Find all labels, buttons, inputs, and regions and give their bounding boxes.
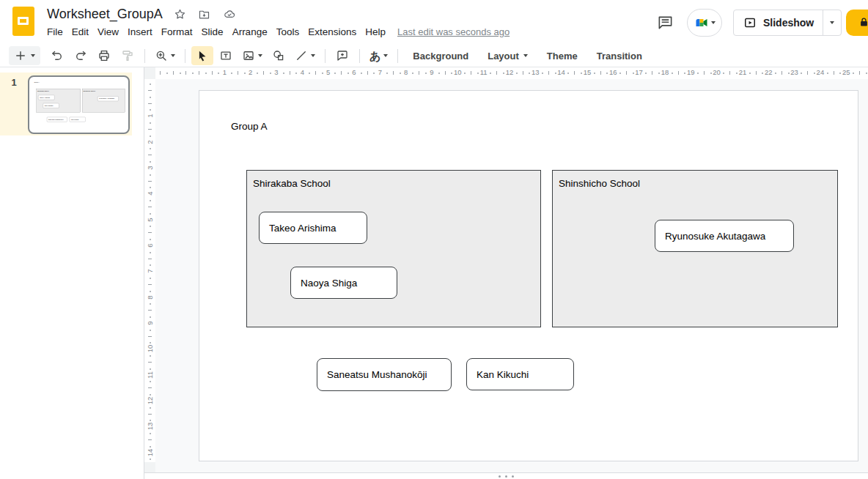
ruler-tick: [606, 73, 608, 74]
insert-image-button[interactable]: [238, 46, 266, 65]
menu-tools[interactable]: Tools: [272, 25, 304, 39]
ruler-tick: 7: [378, 69, 382, 76]
toolbar-theme-button[interactable]: Theme: [539, 46, 586, 65]
ruler-tick: [244, 73, 246, 74]
editor: 1234567891011121314151617181920212223242…: [144, 67, 868, 479]
container-label: Shirakaba School: [37, 90, 49, 92]
ruler-tick: 1: [223, 69, 227, 76]
ruler-tick: 12: [147, 396, 154, 404]
slide-thumbnail[interactable]: Group AShirakaba SchoolShinshicho School…: [28, 75, 130, 134]
ruler-tick: [150, 174, 151, 176]
ruler-tick: 3: [274, 69, 278, 76]
ruler-tick: [283, 73, 284, 74]
plus-icon: [14, 49, 27, 62]
ruler-tick: [581, 73, 582, 74]
menu-file[interactable]: File: [43, 25, 67, 39]
ruler-tick: [238, 71, 238, 75]
cloud-saved-icon[interactable]: [222, 8, 237, 20]
insert-shape-button[interactable]: [268, 46, 290, 65]
star-icon[interactable]: [174, 8, 186, 21]
undo-button[interactable]: [46, 46, 68, 65]
ruler-tick: [425, 73, 427, 74]
menu-edit[interactable]: Edit: [67, 25, 93, 39]
menu-extensions[interactable]: Extensions: [304, 25, 361, 39]
ruler-tick: [148, 103, 152, 104]
ruler-tick: [400, 73, 401, 74]
toolbar-text-buttons: BackgroundLayoutThemeTransition: [403, 46, 652, 65]
ruler-tick: [697, 73, 699, 74]
new-slide-button[interactable]: [9, 46, 40, 65]
text-box-icon: [219, 49, 232, 62]
name-box-kan-kikuchi[interactable]: Kan Kikuchi: [466, 358, 574, 390]
ruler-tick: [150, 316, 151, 318]
document-title[interactable]: Worksheet_GroupA: [47, 7, 163, 22]
ruler-tick: [192, 73, 194, 74]
insert-comment-button[interactable]: [331, 46, 353, 65]
ruler-tick: [150, 355, 151, 357]
ruler-tick: [150, 226, 151, 227]
ruler-tick: 11: [147, 371, 154, 379]
menu-format[interactable]: Format: [157, 25, 197, 39]
name-box-saneatsu-mushanok-ji[interactable]: Saneatsu Mushanokōji: [317, 358, 452, 391]
ruler-tick: [529, 73, 530, 74]
ruler-tick: [496, 71, 497, 75]
redo-button[interactable]: [70, 46, 92, 65]
name-box-naoya-shiga[interactable]: Naoya Shiga: [290, 267, 397, 299]
ruler-tick: [150, 122, 151, 124]
paint-format-button[interactable]: [117, 46, 139, 65]
name-box-takeo-arishima[interactable]: Takeo Arishima: [259, 212, 367, 244]
ruler-tick: [801, 73, 802, 74]
share-button[interactable]: Share: [846, 10, 868, 36]
toolbar-transition-button[interactable]: Transition: [589, 46, 650, 65]
menu-insert[interactable]: Insert: [123, 25, 157, 39]
comments-icon[interactable]: [655, 13, 674, 32]
ruler-tick: [853, 73, 854, 74]
slideshow-button[interactable]: Slideshow: [734, 10, 823, 35]
ruler-tick: 22: [765, 69, 773, 76]
slide-text-group-a[interactable]: Group A: [231, 121, 268, 132]
ruler-tick: 15: [584, 69, 592, 76]
insert-line-button[interactable]: [291, 46, 319, 65]
ruler-tick: [148, 439, 152, 440]
ruler-tick: [166, 73, 168, 74]
slide-text-group-a: Group A: [34, 81, 39, 83]
ruler-tick: 20: [713, 69, 721, 76]
toolbar-separator: [144, 49, 145, 63]
print-button[interactable]: [93, 46, 115, 65]
ruler-tick: 5: [147, 215, 154, 223]
ruler-tick: [749, 73, 751, 74]
last-edit-link[interactable]: Last edit was seconds ago: [397, 26, 510, 37]
filmstrip-slide-1[interactable]: 1 Group AShirakaba SchoolShinshicho Scho…: [0, 73, 132, 135]
filmstrip: 1 Group AShirakaba SchoolShinshicho Scho…: [0, 67, 144, 479]
zoom-button[interactable]: [151, 46, 179, 65]
toolbar-layout-button[interactable]: Layout: [479, 46, 536, 65]
toolbar-background-button[interactable]: Background: [405, 46, 477, 65]
ruler-tick: [781, 71, 782, 75]
ruler-tick: [866, 73, 867, 74]
text-box-button[interactable]: [215, 46, 237, 65]
ruler-tick: [477, 73, 479, 74]
menu-slide[interactable]: Slide: [197, 25, 228, 39]
select-tool-button[interactable]: [191, 46, 213, 65]
slides-logo-icon[interactable]: [12, 7, 34, 36]
container-shirakaba-school[interactable]: Shirakaba School: [246, 170, 541, 327]
slideshow-options-button[interactable]: [823, 10, 841, 35]
menu-arrange[interactable]: Arrange: [228, 25, 272, 39]
move-folder-icon[interactable]: [197, 8, 211, 21]
slide-page[interactable]: Group AShirakaba SchoolShinshicho School…: [199, 90, 858, 461]
ruler-tick: [205, 73, 207, 74]
menu-items: FileEditViewInsertFormatSlideArrangeTool…: [47, 25, 390, 39]
menu-help[interactable]: Help: [361, 25, 390, 39]
ruler-tick: [438, 73, 440, 74]
ruler-tick: [574, 71, 575, 75]
notes-divider[interactable]: [144, 472, 868, 479]
input-tools-button[interactable]: あ: [366, 46, 391, 65]
ruler-tick: [148, 155, 152, 155]
menu-view[interactable]: View: [93, 25, 123, 39]
ruler-tick: 2: [249, 69, 252, 76]
undo-icon: [51, 49, 64, 62]
ruler-tick: [645, 73, 647, 74]
ruler-tick: [150, 213, 151, 215]
meet-button[interactable]: [687, 9, 722, 37]
name-box-ryunosuke-akutagawa[interactable]: Ryunosuke Akutagawa: [655, 220, 794, 252]
